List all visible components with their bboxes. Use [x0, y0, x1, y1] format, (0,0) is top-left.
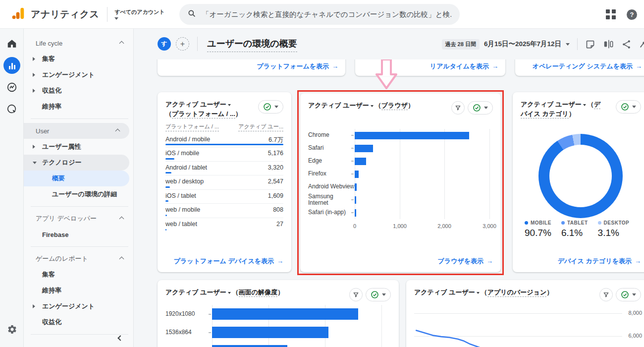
- share-icon[interactable]: [621, 39, 632, 50]
- data-quality-dropdown[interactable]: [468, 101, 493, 115]
- nav-section-life-cycle[interactable]: Life cycle: [24, 35, 133, 51]
- nav-section-games-report[interactable]: ゲームのレポート: [24, 251, 133, 267]
- view-platforms-link[interactable]: プラットフォームを表示→: [257, 62, 338, 71]
- table-row: web / mobile808: [165, 204, 283, 218]
- app-version-card: アクティブ ユーザー（アプリのバージョン）: [406, 280, 644, 347]
- data-quality-dropdown[interactable]: [366, 288, 391, 301]
- apps-grid-icon[interactable]: [606, 9, 616, 19]
- add-comparison-button[interactable]: +: [176, 37, 189, 51]
- arrow-right-icon: →: [492, 62, 498, 70]
- nav-item-user-attributes[interactable]: ユーザー属性: [24, 139, 133, 155]
- expand-icon: [33, 89, 35, 93]
- data-quality-dropdown[interactable]: [258, 100, 283, 114]
- data-quality-dropdown[interactable]: [616, 288, 641, 301]
- nav-item-game-acquisition[interactable]: 集客: [24, 267, 133, 283]
- check-circle-icon: [473, 104, 481, 112]
- comparison-icon[interactable]: [603, 39, 614, 50]
- table-row: web / tablet27: [165, 218, 283, 232]
- divider: [31, 246, 128, 247]
- resolution-bar-chart: 1920x1080 1536x864 1440x900: [165, 305, 391, 347]
- collapse-sidebar-icon[interactable]: [117, 335, 123, 341]
- row-value-bar: [165, 186, 170, 188]
- help-icon[interactable]: ?: [627, 9, 637, 20]
- analytics-logo-icon[interactable]: [11, 6, 26, 23]
- row-value-bar: [165, 158, 174, 160]
- nav-section-app-developer[interactable]: アプリ デベロッパー: [24, 211, 133, 227]
- date-range-text: 6月15日〜2025年7月12日: [484, 40, 561, 49]
- filter-button[interactable]: [349, 288, 363, 301]
- expand-icon: [33, 57, 35, 61]
- explore-icon[interactable]: [0, 76, 24, 98]
- row-value-bar: [165, 200, 168, 202]
- y-tick-label: 8,000: [628, 310, 642, 316]
- bar-1920x1080: [212, 308, 358, 320]
- account-switcher[interactable]: すべてのアカウント: [114, 8, 164, 20]
- chevron-down-icon: [382, 293, 386, 296]
- nav-item-game-retention[interactable]: 維持率: [24, 283, 133, 298]
- table-row: iOS / mobile5,176: [165, 147, 283, 162]
- nav-item-game-monetization[interactable]: 収益化: [24, 314, 133, 330]
- table-header-row: プラットフォーム / ... アクティブ ユー...: [165, 123, 283, 131]
- advertising-icon[interactable]: [0, 98, 24, 120]
- divider: [197, 37, 198, 51]
- nav-item-technology[interactable]: テクノロジー: [24, 155, 129, 171]
- metric-dropdown-icon: [477, 292, 480, 294]
- filter-button[interactable]: [599, 288, 613, 301]
- nav-item-tech-details[interactable]: ユーザーの環境の詳細: [24, 186, 133, 202]
- chevron-up-icon: [115, 128, 120, 133]
- nav-item-firebase[interactable]: Firebase: [24, 227, 133, 242]
- donut-legend: MOBILE 90.7% TABLET 6.1% DESKTOP 3.1%: [525, 220, 629, 238]
- main-content: す + ユーザーの環境の概要 過去 28 日間 6月15日〜2025年7月12日: [134, 29, 644, 347]
- chevron-up-icon: [119, 216, 124, 221]
- card-title: アクティブ ユーザー（デバイス カテゴリ）: [521, 100, 602, 119]
- insights-icon-partial[interactable]: [639, 39, 644, 50]
- date-range-badge: 過去 28 日間: [442, 39, 480, 50]
- donut-hole: [549, 145, 612, 207]
- icon-rail: [0, 29, 24, 347]
- view-platform-devices-link[interactable]: プラットフォーム デバイスを表示→: [174, 257, 283, 266]
- view-browsers-link[interactable]: ブラウザを表示→: [437, 257, 493, 266]
- chevron-down-icon: [484, 107, 488, 109]
- nav-item-engagement[interactable]: エンゲージメント: [24, 67, 133, 83]
- data-quality-dropdown[interactable]: [616, 100, 641, 114]
- card-title: アクティブ ユーザー（プラットフォーム / ...）: [165, 100, 245, 119]
- chevron-up-icon: [119, 41, 124, 46]
- nav-item-overview-active[interactable]: 概要: [24, 171, 129, 186]
- reports-icon-active[interactable]: [0, 55, 24, 76]
- legend-tablet: TABLET 6.1%: [561, 220, 588, 238]
- chevron-up-icon: [119, 256, 124, 261]
- chevron-down-icon: [632, 106, 636, 108]
- metric-dropdown-icon: [228, 104, 231, 106]
- chevron-down-icon: [566, 43, 570, 46]
- bar-samsung-internet: [355, 196, 356, 204]
- view-device-categories-link[interactable]: デバイス カテゴリを表示→: [558, 257, 641, 266]
- collapse-icon: [33, 162, 37, 164]
- bar-1536x864: [212, 327, 328, 338]
- table-row: web / desktop2,547: [165, 175, 283, 190]
- property-avatar[interactable]: す: [158, 37, 171, 51]
- note-icon[interactable]: [585, 39, 595, 50]
- annotation-highlight-box: アクティブ ユーザー（ブラウザ）: [297, 90, 504, 275]
- table-row: iOS / tablet1,609: [165, 190, 283, 204]
- column-header-metric: アクティブ ユー...: [238, 123, 283, 131]
- search-input[interactable]: [202, 10, 452, 18]
- row-value-bar: [165, 144, 283, 145]
- nav-section-user[interactable]: User: [24, 123, 129, 139]
- view-os-link[interactable]: オペレーティング システムを表示→: [533, 62, 642, 71]
- home-icon[interactable]: [0, 33, 24, 55]
- filter-button[interactable]: [451, 101, 465, 115]
- settings-gear-icon[interactable]: [0, 318, 24, 340]
- metric-dropdown-icon: [371, 105, 374, 107]
- search-bar[interactable]: [179, 4, 460, 25]
- expand-icon: [33, 304, 35, 308]
- os-card-partial: オペレーティング システムを表示→: [515, 59, 644, 76]
- app-version-line-chart: [414, 310, 622, 347]
- legend-desktop: DESKTOP 3.1%: [598, 220, 630, 238]
- nav-item-acquisition[interactable]: 集客: [24, 51, 133, 67]
- nav-item-retention[interactable]: 維持率: [24, 99, 133, 115]
- date-range-picker[interactable]: 過去 28 日間 6月15日〜2025年7月12日: [442, 39, 570, 50]
- view-realtime-link[interactable]: リアルタイムを表示→: [430, 62, 498, 71]
- card-title: アクティブ ユーザー（画面の解像度）: [165, 288, 284, 297]
- nav-item-monetization[interactable]: 収益化: [24, 83, 133, 99]
- nav-item-game-engagement[interactable]: エンゲージメント: [24, 298, 133, 314]
